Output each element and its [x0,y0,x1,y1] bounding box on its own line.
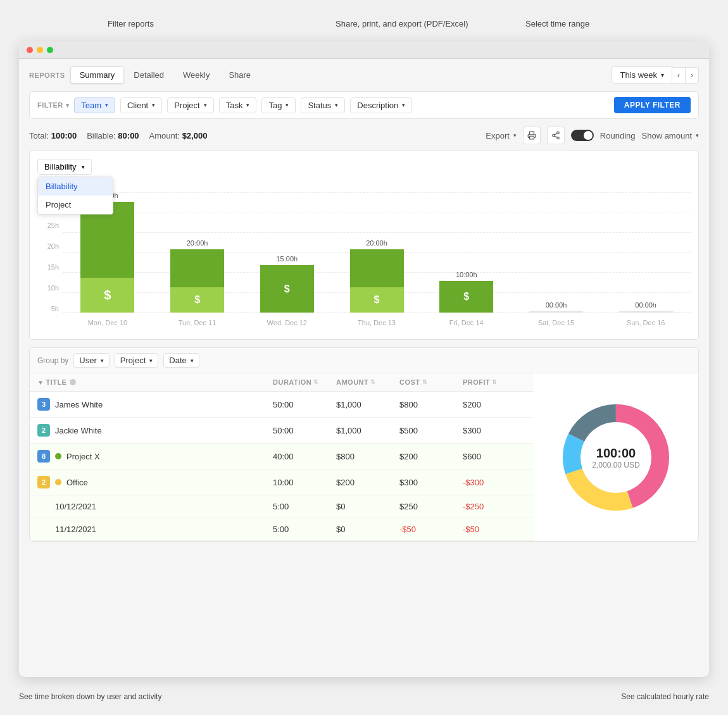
bars-container: 35:00h $ Mon, Dec 10 20:00h [63,192,691,313]
profit-date1: -$250 [463,502,526,511]
svg-line-4 [555,136,557,137]
filter-client[interactable]: Client ▾ [120,97,162,113]
donut-center: 100:00 2,000.00 USD [592,445,639,469]
bar-mon-light: $ [80,278,134,313]
show-amount-button[interactable]: Show amount ▾ [642,131,700,140]
bar-thu-dark [350,249,404,287]
apply-filter-button[interactable]: APPLY FILTER [614,97,691,113]
print-button[interactable] [523,127,541,144]
tab-share[interactable]: Share [219,66,260,84]
dropdown-project[interactable]: Project [38,196,113,214]
badge-james: 3 [37,398,50,411]
tab-weekly[interactable]: Weekly [173,66,219,84]
svg-point-3 [557,137,560,139]
annotation-bottom-left: See time broken down by user and activit… [19,692,161,701]
date-caret: ▾ [191,358,194,364]
amount-date2: $0 [336,525,399,534]
maximize-dot[interactable] [47,47,53,53]
filter-status[interactable]: Status ▾ [301,97,345,113]
user-caret: ▾ [101,358,104,364]
bar-sat-empty [529,311,583,313]
data-table: ▼ TITLE DURATION ⇅ AMOUNT ⇅ [30,373,698,541]
bar-wed-label: 15:00h [276,255,298,263]
row-title-office: 2 Office [37,476,273,488]
annotation-filter-reports: Filter reports [108,19,154,28]
cost-james: $800 [399,400,463,409]
rounding-toggle[interactable] [571,130,594,141]
col-amount[interactable]: AMOUNT ⇅ [336,378,399,386]
donut-chart: 100:00 2,000.00 USD [553,394,679,521]
profit-projectx: $600 [463,452,526,461]
tab-summary[interactable]: Summary [70,66,125,84]
badge-office: 2 [37,476,50,488]
filter-team[interactable]: Team ▾ [74,97,115,113]
bar-sun: 00:00h Sun, Dec 16 [601,301,691,313]
dollar-icon-wed: $ [284,283,290,295]
bar-sat: 00:00h Sat, Dec 15 [511,301,601,313]
main-window: REPORTS Summary Detailed Weekly Share Th… [19,41,709,677]
filter-description[interactable]: Description ▾ [350,97,412,113]
table-row: 2 Jackie White 50:00 $1,000 $500 $300 [30,418,534,444]
bar-sun-x: Sun, Dec 16 [627,319,665,326]
group-by-date-btn[interactable]: Date ▾ [163,353,199,368]
time-range-chevron: ▾ [661,72,664,78]
row-title-jackie: 2 Jackie White [37,424,273,437]
y-label-10h: 10h [37,284,63,292]
group-by-user-btn[interactable]: User ▾ [73,353,109,368]
dot-office [55,479,61,485]
row-title-projectx: 8 Project X [37,450,273,463]
filter-chevron: ▾ [66,102,70,109]
filter-project[interactable]: Project ▾ [167,97,213,113]
task-caret: ▾ [246,102,249,108]
chart-group-dropdown[interactable]: Billability ▾ [37,159,92,175]
export-caret: ▾ [513,132,517,139]
bar-tue-stack: $ [170,249,224,313]
col-profit[interactable]: PROFIT ⇅ [463,378,526,386]
group-by-project-btn[interactable]: Project ▾ [115,353,158,368]
export-button[interactable]: Export ▾ [486,131,517,140]
col-cost[interactable]: COST ⇅ [399,378,463,386]
time-next-button[interactable]: › [686,67,699,84]
amount-jackie: $1,000 [336,426,399,435]
tab-detailed[interactable]: Detailed [124,66,173,84]
minimize-dot[interactable] [37,47,43,53]
rounding-label: Rounding [600,131,636,140]
bar-tue-label: 20:00h [187,239,208,247]
bar-thu: 20:00h $ Thu, Dec 13 [332,239,422,313]
group-by-bar: Group by User ▾ Project ▾ Date ▾ [30,348,698,373]
status-caret: ▾ [335,102,338,108]
col-duration[interactable]: DURATION ⇅ [273,378,336,386]
bar-fri: 10:00h $ Fri, Dec 14 [422,271,511,313]
bar-thu-x: Thu, Dec 13 [358,319,396,326]
table-right: 100:00 2,000.00 USD [534,373,698,541]
time-range-selector[interactable]: This week ▾ [612,66,672,84]
bar-tue: 20:00h $ Tue, Dec 11 [153,239,242,313]
donut-amount: 2,000.00 USD [592,460,639,469]
tab-bar: REPORTS Summary Detailed Weekly Share Th… [29,66,699,84]
filter-task[interactable]: Task ▾ [219,97,257,113]
table-row: 2 Office 10:00 $200 $300 -$300 [30,469,534,495]
project-caret: ▾ [204,102,207,108]
close-dot[interactable] [27,47,33,53]
y-label-20h: 20h [37,242,63,250]
profit-date2: -$50 [463,525,526,534]
dollar-icon-thu-light: $ [374,294,380,306]
dropdown-billability[interactable]: Billability [38,177,113,196]
duration-office: 10:00 [273,478,336,487]
badge-projectx: 8 [37,450,50,463]
filter-tag[interactable]: Tag ▾ [261,97,296,113]
share-button[interactable] [547,127,565,144]
time-prev-button[interactable]: ‹ [672,67,686,84]
amount-projectx: $800 [336,452,399,461]
bar-sat-label: 00:00h [546,301,567,309]
table-row: 10/12/2021 5:00 $0 $250 -$250 [30,495,534,518]
show-amount-caret: ▾ [696,132,699,139]
reports-label: REPORTS [29,72,65,79]
name-date1: 10/12/2021 [55,502,96,511]
bar-wed-x: Wed, Dec 12 [267,319,307,326]
svg-rect-0 [529,136,534,139]
duration-james: 50:00 [273,400,336,409]
y-label-25h: 25h [37,221,63,229]
name-james: James White [55,400,103,409]
annotation-bottom-right: See calculated hourly rate [621,692,709,701]
